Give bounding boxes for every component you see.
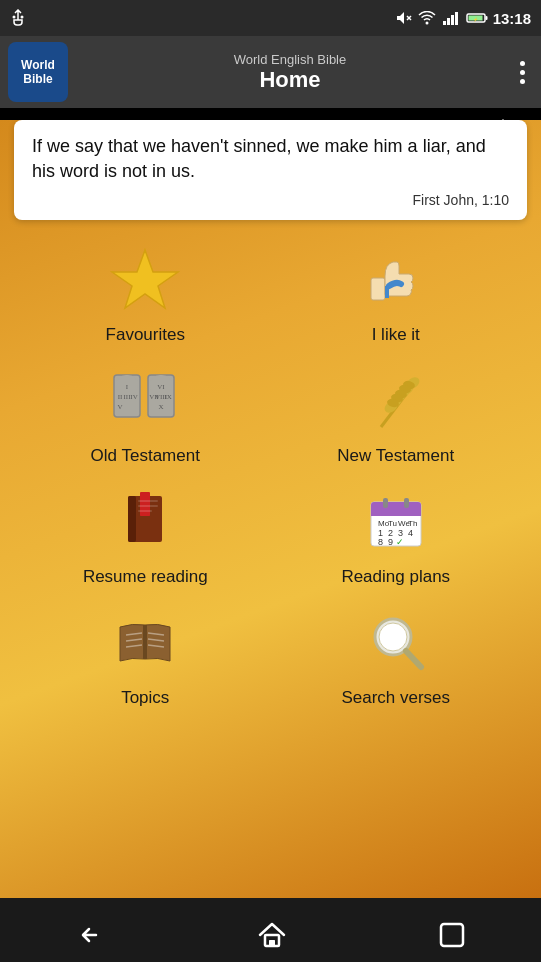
overflow-dot-3 — [520, 79, 525, 84]
svg-text:4: 4 — [408, 528, 413, 538]
old-testament-icon: I II III IV V VI VII VIII IX X — [110, 367, 180, 442]
header-subtitle: World English Bible — [234, 52, 346, 67]
svg-text:✓: ✓ — [396, 537, 404, 547]
app-icon: World Bible — [8, 42, 68, 102]
svg-line-74 — [406, 651, 421, 667]
svg-text:X: X — [159, 403, 164, 411]
menu-item-reading-plans[interactable]: Mo Tu We Th 1 2 3 4 8 9 ✓ Reading plans — [271, 474, 522, 595]
menu-item-search-verses[interactable]: Search verses — [271, 595, 522, 716]
svg-text:Th: Th — [408, 519, 417, 528]
recents-icon — [438, 921, 466, 949]
topics-icon — [110, 609, 180, 684]
resume-reading-icon — [110, 488, 180, 563]
svg-rect-65 — [143, 625, 147, 659]
back-button[interactable] — [46, 913, 136, 957]
svg-rect-5 — [443, 21, 446, 25]
svg-rect-14 — [371, 278, 385, 300]
svg-rect-11 — [485, 16, 487, 20]
status-right-area: ⚡ 13:18 — [396, 10, 531, 27]
svg-text:VI: VI — [158, 383, 166, 391]
svg-rect-43 — [128, 496, 136, 542]
svg-marker-13 — [112, 250, 178, 308]
home-icon — [257, 921, 287, 949]
header-title: Home — [259, 67, 320, 93]
menu-item-new-testament[interactable]: New Testament — [271, 353, 522, 474]
mute-icon — [396, 10, 412, 26]
menu-item-resume-reading[interactable]: Resume reading — [20, 474, 271, 595]
svg-text:IV: IV — [131, 393, 138, 401]
svg-rect-78 — [441, 924, 463, 946]
quote-card: If we say that we haven't sinned, we mak… — [14, 120, 527, 220]
search-verses-icon — [361, 609, 431, 684]
svg-rect-48 — [138, 510, 152, 512]
svg-text:8: 8 — [378, 537, 383, 547]
menu-item-old-testament[interactable]: I II III IV V VI VII VIII IX X Old Testa… — [20, 353, 271, 474]
home-button[interactable] — [227, 911, 317, 959]
favourites-label: Favourites — [106, 325, 185, 345]
new-testament-icon — [361, 367, 431, 442]
quote-text: If we say that we haven't sinned, we mak… — [32, 134, 509, 184]
overflow-dot-2 — [520, 70, 525, 75]
svg-rect-52 — [383, 498, 388, 508]
new-testament-label: New Testament — [337, 446, 454, 466]
svg-text:⚡: ⚡ — [472, 17, 477, 22]
svg-text:IX: IX — [165, 393, 172, 401]
menu-item-favourites[interactable]: Favourites — [20, 232, 271, 353]
svg-point-0 — [13, 16, 16, 19]
usb-icon — [10, 9, 26, 27]
svg-rect-8 — [455, 12, 458, 25]
old-testament-label: Old Testament — [91, 446, 200, 466]
svg-rect-6 — [447, 18, 450, 25]
menu-grid: Favourites I like it — [0, 232, 541, 716]
reading-plans-label: Reading plans — [341, 567, 450, 587]
i-like-it-label: I like it — [372, 325, 420, 345]
back-icon — [76, 923, 106, 947]
menu-item-i-like-it[interactable]: I like it — [271, 232, 522, 353]
search-verses-label: Search verses — [341, 688, 450, 708]
wifi-icon — [418, 11, 436, 25]
svg-point-73 — [379, 623, 407, 651]
header-title-area: World English Bible Home — [68, 52, 512, 93]
battery-icon: ⚡ — [466, 12, 488, 24]
i-like-it-icon — [361, 246, 431, 321]
resume-reading-label: Resume reading — [83, 567, 208, 587]
svg-point-1 — [21, 16, 24, 19]
quote-reference: First John, 1:10 — [32, 192, 509, 208]
svg-rect-51 — [371, 510, 421, 516]
svg-text:Tu: Tu — [388, 519, 397, 528]
svg-text:9: 9 — [388, 537, 393, 547]
topics-label: Topics — [121, 688, 169, 708]
overflow-dot-1 — [520, 61, 525, 66]
signal-icon — [442, 11, 460, 25]
favourites-icon — [110, 246, 180, 321]
svg-text:V: V — [118, 403, 123, 411]
menu-item-topics[interactable]: Topics — [20, 595, 271, 716]
app-icon-text: World Bible — [8, 58, 68, 87]
svg-point-4 — [425, 22, 428, 25]
overflow-menu-button[interactable] — [512, 53, 533, 92]
svg-rect-7 — [451, 15, 454, 25]
reading-plans-icon: Mo Tu We Th 1 2 3 4 8 9 ✓ — [361, 488, 431, 563]
svg-text:II: II — [118, 393, 123, 401]
svg-rect-47 — [138, 505, 158, 507]
svg-rect-77 — [269, 940, 275, 946]
status-bar: ⚡ 13:18 — [0, 0, 541, 36]
svg-rect-53 — [404, 498, 409, 508]
status-left-icons — [10, 9, 26, 27]
recents-button[interactable] — [408, 911, 496, 959]
svg-rect-46 — [138, 500, 158, 502]
nav-bar — [0, 898, 541, 962]
svg-point-75 — [382, 626, 392, 636]
status-icons: ⚡ — [396, 10, 488, 26]
time-display: 13:18 — [493, 10, 531, 27]
action-bar: World Bible World English Bible Home — [0, 36, 541, 108]
